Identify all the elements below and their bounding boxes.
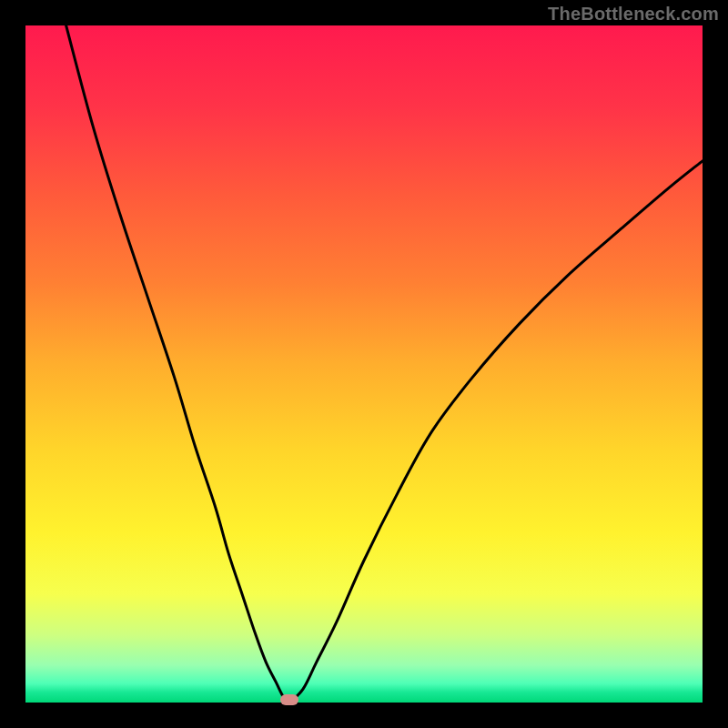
bottleneck-curve [25, 25, 703, 703]
watermark-text: TheBottleneck.com [548, 4, 719, 25]
plot-area [25, 25, 703, 703]
chart-frame: TheBottleneck.com [0, 0, 728, 728]
minimum-marker [280, 694, 298, 705]
